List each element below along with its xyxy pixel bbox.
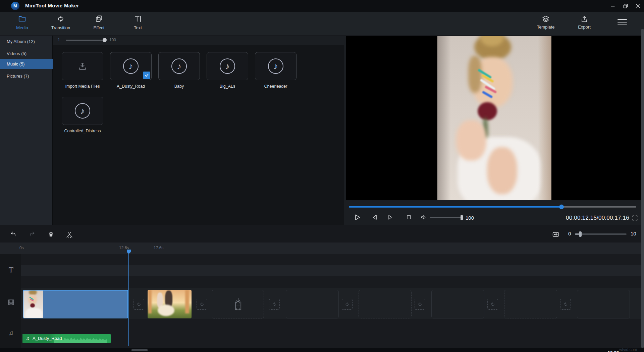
filmstrip-import-icon <box>232 298 244 311</box>
media-library-panel: 1 100 ♪ ♪ ♪ ♪ Import Media Files A_Dusty… <box>53 36 344 225</box>
tab-text[interactable]: Text <box>123 13 153 34</box>
video-track-icon <box>6 298 16 306</box>
video-viewport <box>346 36 641 200</box>
stop-button[interactable] <box>404 212 414 222</box>
minimize-button[interactable] <box>608 2 618 10</box>
media-card-a-dusty-road[interactable]: ♪ <box>110 52 152 80</box>
hamburger-icon <box>617 18 627 27</box>
timeline-zoom-slider[interactable] <box>575 233 627 235</box>
text-track-icon: T <box>6 266 16 274</box>
tab-media[interactable]: Media <box>7 13 37 34</box>
transition-slot[interactable] <box>487 299 498 310</box>
timeline-origin-line <box>21 254 21 348</box>
clip-thumbnail <box>23 291 43 318</box>
sidebar-item-pictures[interactable]: Pictures (7) <box>0 71 53 81</box>
transition-icon <box>46 14 76 25</box>
app-window: M MiniTool Movie Maker Media Tr <box>0 0 644 352</box>
music-note-glyph-icon: ♫ <box>26 336 30 341</box>
media-card-baby[interactable]: ♪ <box>158 52 200 80</box>
card-label: Baby <box>154 84 204 89</box>
import-clip-placeholder[interactable] <box>212 290 264 318</box>
playhead-line[interactable] <box>128 250 129 346</box>
preview-panel: 100 00:00:12.15/00:00:17.16 <box>344 36 644 225</box>
export-button[interactable]: Export <box>568 13 600 34</box>
music-clip[interactable]: ♫ A_Dusty_Road <box>22 334 111 343</box>
music-note-icon: ♪ <box>75 103 90 119</box>
text-icon <box>123 14 153 25</box>
main-toolbar: Media Transition Effect <box>0 12 644 35</box>
transition-slot[interactable] <box>197 299 207 310</box>
empty-clip-slot[interactable] <box>431 290 484 318</box>
template-label: Template <box>530 25 562 30</box>
volume-button[interactable] <box>419 212 429 222</box>
timecode-display: 00:00:12.15/00:00:17.16 <box>566 215 629 221</box>
timeline: 0s 12.6s 17.6s T ♫ <box>0 243 644 348</box>
sidebar-item-my-album[interactable]: My Album (12) <box>0 37 53 47</box>
ruler-label: 17.6s <box>154 246 163 250</box>
menu-button[interactable] <box>617 18 627 27</box>
text-lane[interactable] <box>21 265 644 276</box>
empty-clip-slot[interactable] <box>504 290 557 318</box>
hscrollbar-thumb[interactable] <box>131 349 148 351</box>
redo-button[interactable] <box>28 230 36 239</box>
timeline-clip-wedding[interactable] <box>148 290 192 318</box>
volume-value: 100 <box>466 215 474 221</box>
transition-slot[interactable] <box>342 299 353 310</box>
import-download-icon <box>77 61 88 72</box>
selected-checkmark-icon <box>143 72 150 79</box>
transition-slot[interactable] <box>560 299 571 310</box>
tab-label: Effect <box>84 25 114 30</box>
empty-clip-slot[interactable] <box>359 290 412 318</box>
next-frame-button[interactable] <box>385 212 395 222</box>
export-label: Export <box>568 25 600 30</box>
play-button[interactable] <box>352 212 362 222</box>
fit-timeline-button[interactable] <box>551 230 560 239</box>
ruler-label: 0s <box>19 246 24 250</box>
timeline-clip-selected[interactable] <box>23 290 128 318</box>
timeline-ruler[interactable]: 0s 12.6s 17.6s <box>0 243 644 254</box>
empty-clip-slot[interactable] <box>577 290 630 318</box>
media-card-controlled-distress[interactable]: ♪ <box>62 97 103 125</box>
sidebar-item-music[interactable]: Music (5) <box>0 59 53 69</box>
undo-button[interactable] <box>9 230 18 239</box>
import-media-card[interactable] <box>62 52 103 80</box>
seek-handle[interactable] <box>559 205 564 209</box>
partial-clock-text: 10:20 <box>608 350 619 352</box>
volume-slider[interactable] <box>430 217 462 218</box>
media-card-cheerleader[interactable]: ♪ <box>255 52 297 80</box>
restore-button[interactable] <box>621 2 631 10</box>
card-label: Big_ALs <box>202 84 253 89</box>
transition-slot[interactable] <box>133 299 144 310</box>
music-clip-label: A_Dusty_Road <box>33 336 62 341</box>
empty-clip-slot[interactable] <box>286 290 339 318</box>
tab-effect[interactable]: Effect <box>84 13 114 34</box>
close-button[interactable] <box>633 2 643 10</box>
delete-button[interactable] <box>47 230 55 239</box>
volume-knob[interactable] <box>461 215 463 220</box>
music-note-icon: ♪ <box>220 58 235 74</box>
watermark-text: wtvid.com <box>619 347 637 352</box>
preview-frame-image <box>437 36 551 200</box>
music-note-icon: ♪ <box>268 58 283 74</box>
template-button[interactable]: Template <box>530 13 562 34</box>
media-folder-icon <box>7 14 37 25</box>
export-icon <box>568 14 600 24</box>
music-lane[interactable] <box>21 319 644 348</box>
tab-transition[interactable]: Transition <box>46 13 76 34</box>
timeline-zoom-knob[interactable] <box>579 231 582 237</box>
window-title: MiniTool Movie Maker <box>25 3 79 8</box>
thumbnail-size-knob[interactable] <box>103 38 107 42</box>
title-bar: M MiniTool Movie Maker <box>0 0 644 12</box>
previous-frame-button[interactable] <box>370 212 380 222</box>
transition-slot[interactable] <box>415 299 425 310</box>
thumbnail-size-row: 1 100 <box>53 36 344 45</box>
media-card-big-als[interactable]: ♪ <box>207 52 248 80</box>
seek-bar[interactable] <box>349 206 636 208</box>
transition-slot[interactable] <box>269 299 280 310</box>
thumbnail-size-slider[interactable] <box>66 40 105 41</box>
right-scrollbar[interactable] <box>641 29 644 348</box>
fullscreen-button[interactable] <box>630 213 640 223</box>
split-scissors-button[interactable] <box>65 230 74 239</box>
timeline-hscrollbar[interactable] <box>0 348 644 352</box>
sidebar-item-videos[interactable]: Videos (5) <box>0 49 53 59</box>
